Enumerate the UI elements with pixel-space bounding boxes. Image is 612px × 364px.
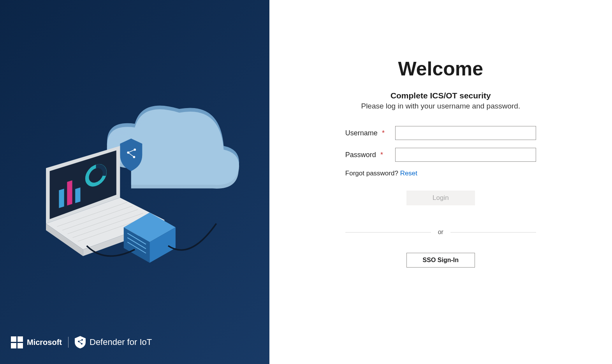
defender-label: Defender for IoT (90, 337, 152, 347)
password-row: Password * (345, 148, 536, 162)
svg-point-1 (134, 149, 136, 151)
welcome-subtitle: Complete ICS/OT security (390, 91, 491, 100)
divider-text: or (438, 229, 443, 236)
divider-line-left (345, 232, 431, 233)
svg-rect-9 (75, 187, 80, 203)
shield-icon (75, 336, 86, 348)
required-mark: * (380, 151, 383, 159)
svg-rect-8 (67, 180, 72, 205)
required-mark: * (382, 129, 385, 137)
cloud-laptop-illustration-icon (16, 65, 253, 272)
login-button[interactable]: Login (406, 191, 475, 205)
left-hero-panel: Microsoft Defender for IoT (0, 0, 269, 364)
microsoft-logo: Microsoft (11, 336, 62, 348)
defender-logo: Defender for IoT (75, 336, 152, 348)
branding-bar: Microsoft Defender for IoT (0, 336, 269, 348)
username-label: Username * (345, 129, 395, 137)
reset-link[interactable]: Reset (400, 170, 417, 177)
welcome-title: Welcome (398, 58, 484, 80)
microsoft-label: Microsoft (27, 338, 62, 347)
username-row: Username * (345, 126, 536, 140)
svg-rect-7 (59, 189, 64, 208)
divider-line-right (450, 232, 536, 233)
microsoft-grid-icon (11, 336, 23, 348)
divider-row: or (345, 229, 536, 236)
username-input[interactable] (395, 126, 536, 140)
login-form: Username * Password * Forgot password? R… (345, 126, 536, 268)
brand-divider (68, 337, 69, 348)
sso-signin-button[interactable]: SSO Sign-In (406, 253, 475, 268)
password-input[interactable] (395, 148, 536, 162)
welcome-instruction: Please log in with your username and pas… (361, 102, 520, 110)
hero-illustration (0, 0, 269, 336)
login-panel: Welcome Complete ICS/OT security Please … (269, 0, 612, 364)
password-label: Password * (345, 151, 395, 159)
forgot-password-text: Forgot password? (345, 170, 400, 177)
forgot-password-row: Forgot password? Reset (345, 170, 536, 177)
